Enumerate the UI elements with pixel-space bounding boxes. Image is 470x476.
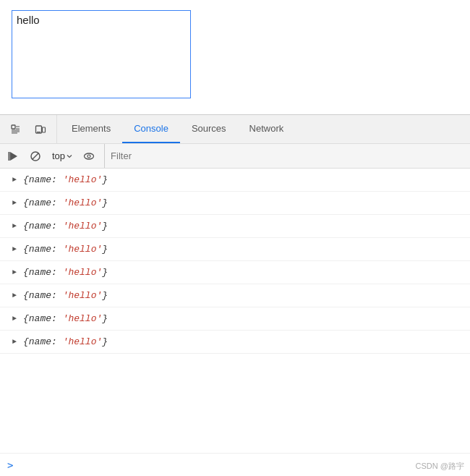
console-row: ► {name: 'hello'}	[0, 215, 470, 238]
expand-arrow[interactable]: ►	[10, 315, 19, 323]
console-object-text: {name: 'hello'}	[23, 336, 108, 347]
eye-icon-button[interactable]	[80, 147, 98, 166]
devtools-tabs: Elements Console Sources Network	[57, 115, 298, 143]
console-row: ► {name: 'hello'}	[0, 192, 470, 215]
console-object-text: {name: 'hello'}	[23, 267, 108, 278]
context-label: top	[52, 150, 65, 161]
context-selector[interactable]: top	[48, 149, 77, 163]
expand-arrow[interactable]: ►	[10, 245, 19, 253]
console-row: ► {name: 'hello'}	[0, 284, 470, 307]
filter-input[interactable]	[111, 150, 466, 161]
console-input-line: >	[0, 453, 470, 476]
block-icon-button[interactable]	[26, 147, 45, 166]
console-prompt-symbol: >	[7, 459, 13, 471]
svg-marker-4	[10, 152, 17, 161]
expand-arrow[interactable]: ►	[10, 338, 19, 346]
filter-wrapper	[104, 144, 466, 168]
console-row: ► {name: 'hello'}	[0, 238, 470, 261]
watermark: CSDN @路宇	[416, 461, 464, 472]
clear-messages-button[interactable]	[4, 147, 23, 166]
device-toolbar-button[interactable]	[30, 119, 51, 140]
devtools-topbar: Elements Console Sources Network	[0, 115, 470, 144]
console-row: ► {name: 'hello'}	[0, 261, 470, 284]
svg-rect-0	[12, 125, 15, 129]
svg-point-9	[87, 155, 90, 158]
expand-arrow[interactable]: ►	[10, 292, 19, 299]
inspect-element-button[interactable]	[6, 119, 26, 140]
tab-elements[interactable]: Elements	[60, 115, 122, 143]
console-row: ► {name: 'hello'}	[0, 307, 470, 331]
chevron-down-icon	[67, 153, 72, 159]
hello-textarea[interactable]: hello	[12, 10, 191, 98]
console-object-text: {name: 'hello'}	[23, 244, 108, 255]
expand-arrow[interactable]: ►	[10, 268, 19, 276]
expand-arrow[interactable]: ►	[10, 222, 19, 230]
console-object-text: {name: 'hello'}	[23, 197, 108, 208]
console-object-text: {name: 'hello'}	[23, 290, 108, 301]
console-input[interactable]	[17, 459, 463, 470]
devtools-panel: Elements Console Sources Network	[0, 114, 470, 476]
tab-console[interactable]: Console	[122, 115, 180, 143]
svg-rect-2	[43, 127, 46, 132]
console-toolbar: top	[0, 144, 470, 169]
console-output: ► {name: 'hello'} ► {name: 'hello'} ► {n…	[0, 169, 470, 453]
console-object-text: {name: 'hello'}	[23, 221, 108, 231]
console-object-text: {name: 'hello'}	[23, 313, 108, 324]
tab-network[interactable]: Network	[238, 115, 296, 143]
expand-arrow[interactable]: ►	[10, 199, 19, 207]
expand-arrow[interactable]: ►	[10, 176, 19, 184]
devtools-icon-group	[0, 115, 57, 143]
svg-line-7	[33, 153, 39, 159]
browser-content: hello	[0, 0, 470, 114]
console-row: ► {name: 'hello'}	[0, 331, 470, 354]
tab-sources[interactable]: Sources	[180, 115, 238, 143]
svg-point-8	[85, 153, 94, 159]
console-object-text: {name: 'hello'}	[23, 174, 108, 185]
console-row: ► {name: 'hello'}	[0, 169, 470, 192]
